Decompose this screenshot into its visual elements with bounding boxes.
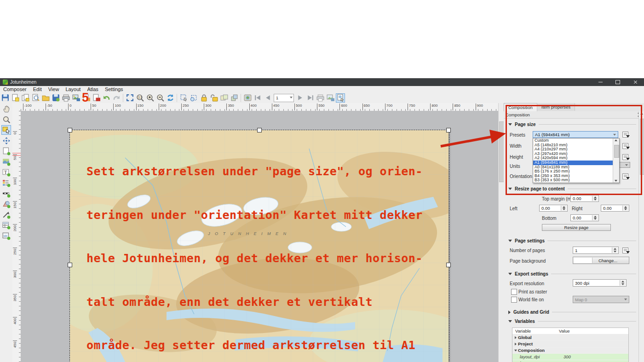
minimize-button[interactable] <box>592 78 609 86</box>
save-project-button[interactable] <box>0 93 10 103</box>
data-defined-width-button[interactable] <box>622 143 630 149</box>
section-resize-page[interactable]: Resize page to content <box>508 186 636 191</box>
selection-handle[interactable] <box>257 128 262 132</box>
print-button[interactable] <box>61 93 70 103</box>
variables-group-project[interactable]: Project <box>512 341 628 347</box>
add-legend-button[interactable] <box>1 178 11 188</box>
add-new-page-button[interactable] <box>1 146 11 156</box>
export-image-button[interactable] <box>71 93 80 103</box>
open-template-button[interactable] <box>41 93 50 103</box>
left-margin-input[interactable]: 0.00 <box>539 205 568 212</box>
variable-row-layout-num[interactable]: layout_num 1 <box>512 360 628 362</box>
scrollbar-thumb[interactable] <box>614 145 619 158</box>
select-items-button[interactable] <box>179 93 188 103</box>
redo-button[interactable] <box>112 93 121 103</box>
selection-handle[interactable] <box>446 128 451 132</box>
atlas-last-feature-button[interactable] <box>305 93 315 103</box>
print-atlas-button[interactable] <box>316 93 325 103</box>
data-defined-pages-button[interactable] <box>622 247 630 254</box>
deselect-items-button[interactable] <box>189 93 198 103</box>
composer-manager-button[interactable] <box>31 93 40 103</box>
add-attribute-table-button[interactable] <box>1 220 11 230</box>
add-arrow-button[interactable] <box>1 210 11 219</box>
atlas-page-combo[interactable]: 1 <box>274 94 294 102</box>
lock-items-button[interactable] <box>199 93 208 103</box>
variables-group-composition[interactable]: Composition <box>512 347 628 354</box>
tab-item-properties[interactable]: Item properties <box>537 103 575 111</box>
menu-composer[interactable]: Composer <box>0 86 30 92</box>
menu-edit[interactable]: Edit <box>30 86 45 92</box>
data-defined-height-button[interactable] <box>622 154 630 161</box>
add-scalebar-button[interactable] <box>1 189 11 198</box>
add-label-button[interactable]: T <box>1 167 11 177</box>
svg-text:</>: </> <box>3 234 7 237</box>
add-html-frame-button[interactable]: </> <box>1 231 11 241</box>
ruler-label: 150 <box>13 201 17 208</box>
raise-items-button[interactable] <box>230 93 239 103</box>
panel-scrollbar[interactable] <box>638 111 644 362</box>
save-template-button[interactable] <box>51 93 60 103</box>
dropdown-scrollbar[interactable] <box>613 138 619 183</box>
restore-button[interactable] <box>609 78 627 86</box>
number-of-pages-input[interactable]: 1 <box>573 247 619 254</box>
world-file-checkbox[interactable] <box>511 297 517 303</box>
select-move-item-button[interactable] <box>1 125 11 135</box>
top-margin-input[interactable]: 0.00 <box>570 195 599 202</box>
export-resolution-input[interactable]: 300 dpi <box>573 279 627 287</box>
unlock-items-button[interactable] <box>209 93 218 103</box>
zoom-tool-button[interactable] <box>1 115 11 124</box>
close-button[interactable] <box>627 78 644 86</box>
section-export-settings[interactable]: Export settings <box>508 271 636 276</box>
add-new-map-button[interactable] <box>1 157 11 167</box>
zoom-in-button[interactable] <box>145 93 155 103</box>
duplicate-composer-button[interactable] <box>21 93 30 103</box>
section-guides-grid[interactable]: Guides and Grid <box>508 310 636 315</box>
refresh-button[interactable] <box>166 93 175 103</box>
move-item-content-button[interactable] <box>1 136 11 145</box>
atlas-previous-feature-button[interactable] <box>263 93 272 103</box>
section-page-size[interactable]: Page size <box>508 122 636 127</box>
section-page-settings[interactable]: Page settings <box>508 238 636 243</box>
atlas-next-feature-button[interactable] <box>295 93 305 103</box>
scroll-up-icon[interactable] <box>640 113 643 115</box>
preset-option[interactable]: B3 (353 x 500 mm) <box>533 178 619 183</box>
add-shape-button[interactable] <box>1 199 11 209</box>
scroll-up-icon[interactable] <box>615 139 617 141</box>
ruler-label: 100 <box>113 103 121 110</box>
data-defined-presets-button[interactable] <box>622 131 630 138</box>
atlas-settings-button[interactable] <box>336 93 345 103</box>
selection-handle[interactable] <box>68 263 72 267</box>
selection-handle[interactable] <box>68 128 72 132</box>
zoom-full-button[interactable] <box>125 93 134 103</box>
variable-row-layout-dpi[interactable]: layout_dpi 300 <box>512 354 628 360</box>
preview-atlas-button[interactable] <box>243 93 252 103</box>
group-items-button[interactable] <box>219 93 229 103</box>
undo-button[interactable] <box>102 93 111 103</box>
menu-layout[interactable]: Layout <box>62 86 84 92</box>
zoom-actual-button[interactable]: 1:1 <box>135 93 144 103</box>
pan-button[interactable] <box>1 104 11 114</box>
variables-group-global[interactable]: Global <box>512 334 628 341</box>
composition-page[interactable]: J O T U N H E I M E N Sett arkstørrelsen… <box>70 130 448 362</box>
export-pdf-button[interactable] <box>92 93 101 103</box>
composer-canvas[interactable]: J O T U N H E I M E N Sett arkstørrelsen… <box>21 111 498 362</box>
right-margin-input[interactable]: 0.00 <box>601 205 629 212</box>
menu-settings[interactable]: Settings <box>102 86 126 92</box>
data-defined-orientation-button[interactable] <box>622 173 630 180</box>
section-variables[interactable]: Variables <box>508 319 636 324</box>
scrollbar-thumb[interactable] <box>640 119 644 175</box>
presets-combo[interactable]: A1 (594x841 mm) <box>533 131 618 138</box>
tab-composition[interactable]: Composition <box>504 103 537 112</box>
print-as-raster-checkbox[interactable] <box>511 289 517 295</box>
width-label: Width <box>510 144 522 149</box>
atlas-first-feature-button[interactable] <box>253 93 262 103</box>
zoom-out-button[interactable] <box>155 93 165 103</box>
export-atlas-button[interactable] <box>326 93 335 103</box>
resize-page-button[interactable]: Resize page <box>542 224 611 231</box>
selection-handle[interactable] <box>446 263 451 267</box>
new-composer-button[interactable] <box>11 93 20 103</box>
bottom-margin-input[interactable]: 0.00 <box>570 214 599 221</box>
menu-view[interactable]: View <box>45 86 63 92</box>
page-background-button[interactable]: Change... <box>573 257 629 264</box>
scroll-down-icon[interactable] <box>615 180 617 182</box>
